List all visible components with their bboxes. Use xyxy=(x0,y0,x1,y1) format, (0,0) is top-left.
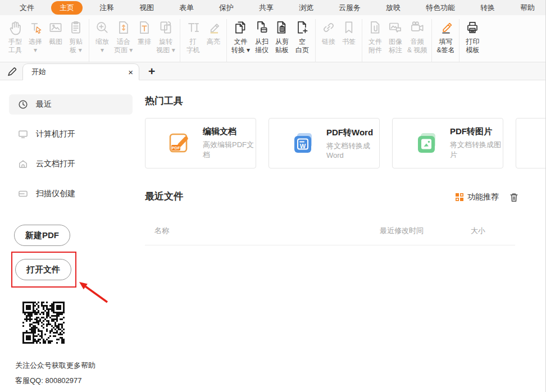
bookmark-button[interactable]: 书签 xyxy=(339,19,359,46)
menu-item-form[interactable]: 表单 xyxy=(171,1,202,15)
trash-icon[interactable] xyxy=(509,192,519,202)
rotate-view-icon xyxy=(157,19,174,36)
menu-item-comment[interactable]: 注释 xyxy=(91,1,122,15)
link-icon xyxy=(320,19,337,36)
screenshot-button[interactable]: 截图 xyxy=(46,19,66,46)
open-file-button[interactable]: 打开文件 xyxy=(15,259,71,280)
clipboard-icon xyxy=(67,19,84,36)
typewriter-button[interactable]: 打字机 xyxy=(183,19,203,54)
from-clipboard-label: 从剪贴板 xyxy=(275,38,289,54)
sidebar-item-create-from-scanner[interactable]: 扫描仪创建 xyxy=(9,184,133,204)
pencil-icon[interactable] xyxy=(6,65,18,78)
zoom-icon xyxy=(94,19,111,36)
zoom-button[interactable]: 缩放▾ xyxy=(92,19,112,54)
column-header-name: 名称 xyxy=(154,226,169,236)
blank-page-button[interactable]: 空白页 xyxy=(292,19,312,54)
menu-item-convert[interactable]: 转换 xyxy=(472,1,503,15)
toolbar-group: 填写&签名 xyxy=(431,19,459,62)
fit-page-label: 适合页面 ▾ xyxy=(114,38,133,54)
card-subtitle: 高效编辑PDF文档 xyxy=(203,140,256,160)
fill-sign-button[interactable]: 填写&签名 xyxy=(435,19,456,54)
rotate-view-label: 旋转视图 ▾ xyxy=(156,38,175,54)
menu-item-help[interactable]: 帮助 xyxy=(512,1,543,15)
hand-tool-label: 手型工具 xyxy=(8,38,22,54)
toolbar-group: 文件附件图像标注音频& 视频 xyxy=(362,19,431,62)
link-label: 链接 xyxy=(322,38,335,46)
rotate-view-button[interactable]: 旋转视图 ▾ xyxy=(154,19,176,54)
sidebar-item-open-cloud-doc[interactable]: 云文档打开 xyxy=(9,154,133,174)
clipboard-button[interactable]: 剪贴板 ▾ xyxy=(66,19,86,54)
fill-sign-icon xyxy=(437,19,454,36)
tab-start[interactable]: 开始 × xyxy=(22,63,139,80)
card-subtitle: 将文档转换成图片 xyxy=(450,140,503,160)
menu-item-file[interactable]: 文件 xyxy=(11,1,43,15)
card-pdf-to-image[interactable]: PDF转图片将文档转换成图片 xyxy=(392,118,503,168)
menu-item-browse[interactable]: 浏览 xyxy=(290,1,322,15)
menu-item-view[interactable]: 视图 xyxy=(131,1,162,15)
from-clipboard-button[interactable]: 从剪贴板 xyxy=(272,19,292,54)
hand-icon xyxy=(7,19,24,36)
hand-tool-button[interactable]: 手型工具 xyxy=(5,19,25,54)
fit-page-button[interactable]: 适合页面 ▾ xyxy=(112,19,134,54)
print-template-icon xyxy=(464,19,481,36)
select-label: 选择▾ xyxy=(29,38,42,54)
blank-page-icon xyxy=(294,19,311,36)
from-scanner-icon xyxy=(253,19,270,36)
toolbar-group: 缩放▾适合页面 ▾重排旋转视图 ▾ xyxy=(89,19,180,62)
link-button[interactable]: 链接 xyxy=(319,19,339,46)
toolbar-group: 手型工具选择▾截图剪贴板 ▾ xyxy=(2,19,89,62)
card-subtitle: 将文档转换成Word xyxy=(326,141,379,159)
fill-sign-label: 填写&签名 xyxy=(436,38,454,54)
card-title: PDF转图片 xyxy=(450,126,503,137)
highlight-button[interactable]: 高亮 xyxy=(203,19,224,46)
menu-item-slideshow[interactable]: 放映 xyxy=(377,1,409,15)
zoom-label: 缩放▾ xyxy=(95,38,109,54)
sidebar-item-label: 扫描仪创建 xyxy=(36,189,75,199)
menu-item-protect[interactable]: 保护 xyxy=(211,1,242,15)
new-pdf-button[interactable]: 新建PDF xyxy=(14,225,70,246)
from-scanner-button[interactable]: 从扫描仪 xyxy=(252,19,272,54)
sidebar-item-open-from-computer[interactable]: 计算机打开 xyxy=(9,124,133,144)
bookmark-label: 书签 xyxy=(342,38,356,46)
red-arrow-annotation xyxy=(75,279,113,306)
toolbar-group: 链接书签 xyxy=(315,19,362,62)
pdf-image-icon xyxy=(414,130,440,156)
card-text: PDF转Word将文档转换成Word xyxy=(326,127,379,159)
menu-item-share[interactable]: 共享 xyxy=(251,1,282,15)
card-pdf-to-word[interactable]: WPDF转Word将文档转换成Word xyxy=(269,118,380,168)
image-annotation-button[interactable]: 图像标注 xyxy=(385,19,406,54)
attachment-icon xyxy=(367,19,384,36)
cloud-doc-icon xyxy=(17,158,29,170)
hot-tools-cards: PDF编辑文档高效编辑PDF文档WPDF转Word将文档转换成WordPDF转图… xyxy=(145,118,545,168)
file-attachment-button[interactable]: 文件附件 xyxy=(365,19,385,54)
feature-recommend-button[interactable]: 功能推荐 xyxy=(455,192,499,202)
card-edit-document[interactable]: PDF编辑文档高效编辑PDF文档 xyxy=(145,118,256,168)
menu-item-featured[interactable]: 特色功能 xyxy=(417,1,463,15)
image-annotation-icon xyxy=(387,19,404,36)
sidebar-item-recent[interactable]: 最近 xyxy=(9,94,133,115)
main-content: 热门工具 PDF编辑文档高效编辑PDF文档WPDF转Word将文档转换成Word… xyxy=(145,81,545,392)
card-text: PDF转图片将文档转换成图片 xyxy=(450,126,503,160)
reflow-button[interactable]: 重排 xyxy=(134,19,154,46)
audio-video-button[interactable]: 音频& 视频 xyxy=(406,19,429,54)
select-button[interactable]: 选择▾ xyxy=(25,19,46,54)
monitor-icon xyxy=(17,129,29,140)
card-title: 编辑文档 xyxy=(203,126,256,137)
toolbar: 手型工具选择▾截图剪贴板 ▾缩放▾适合页面 ▾重排旋转视图 ▾打字机高亮文件转换… xyxy=(0,15,545,62)
new-tab-button[interactable]: + xyxy=(148,65,155,77)
print-template-button[interactable]: 打印模板 xyxy=(462,19,483,54)
toolbar-group: 文件转换 ▾从扫描仪从剪贴板空白页 xyxy=(226,19,315,62)
qr-caption: 关注公众号获取更多帮助 xyxy=(15,361,95,371)
menu-item-cloud-service[interactable]: 云服务 xyxy=(330,1,369,15)
svg-text:PDF: PDF xyxy=(172,145,180,151)
fit-page-icon xyxy=(115,19,132,36)
close-icon[interactable]: × xyxy=(128,68,133,76)
card-clipped-card[interactable] xyxy=(516,118,545,168)
file-convert-button[interactable]: 文件转换 ▾ xyxy=(230,19,252,54)
card-title: PDF转Word xyxy=(326,127,379,138)
table-divider xyxy=(145,245,515,245)
reflow-label: 重排 xyxy=(138,38,151,46)
menu-item-home[interactable]: 主页 xyxy=(51,1,83,15)
file-attachment-label: 文件附件 xyxy=(368,38,382,54)
file-convert-label: 文件转换 ▾ xyxy=(231,38,250,54)
